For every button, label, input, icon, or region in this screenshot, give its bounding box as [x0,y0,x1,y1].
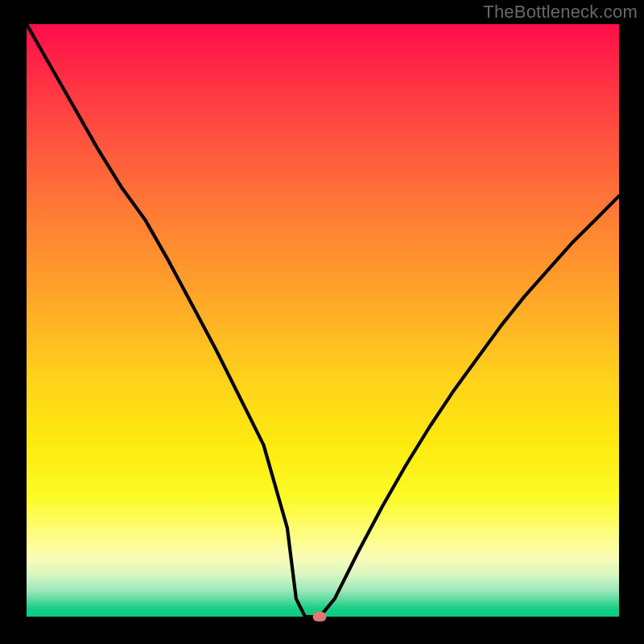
optimum-marker [313,612,327,621]
chart-frame: TheBottleneck.com [0,0,644,644]
bottleneck-curve [27,24,619,617]
watermark-text: TheBottleneck.com [483,2,638,23]
plot-area [27,24,619,617]
